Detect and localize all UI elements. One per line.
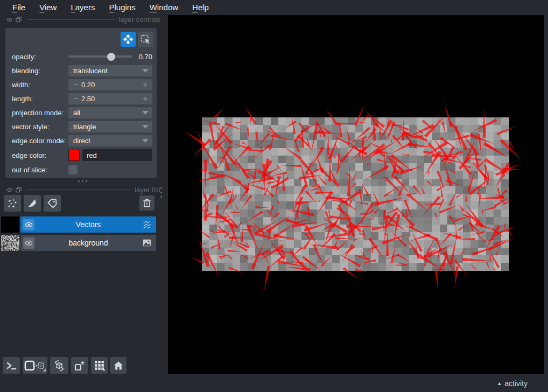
length-increment-button[interactable]: + (143, 94, 152, 104)
viewer-buttons-row (3, 357, 127, 374)
image-layer-icon (142, 238, 152, 248)
grid-icon (94, 360, 105, 371)
new-points-layer-icon (7, 198, 18, 209)
delete-layer-icon (142, 198, 152, 208)
viewer-canvas[interactable] (168, 15, 544, 374)
menu-layers[interactable]: Layers (64, 3, 102, 12)
blending-label: blending: (5, 67, 68, 75)
new-shapes-layer-icon (27, 198, 38, 209)
width-increment-button[interactable]: + (143, 80, 152, 90)
hide-icon[interactable] (6, 17, 12, 23)
chevron-down-icon (142, 111, 149, 115)
home-icon (113, 360, 124, 371)
float-icon[interactable] (16, 17, 22, 23)
projection-mode-dropdown[interactable]: all (68, 107, 152, 118)
opacity-slider-handle[interactable] (107, 53, 115, 61)
status-bar: ▲ activity (0, 374, 548, 392)
transform-button[interactable] (138, 32, 153, 47)
float-icon[interactable] (16, 187, 22, 193)
activity-button[interactable]: ▲ activity (497, 379, 528, 388)
width-value[interactable]: 0.20 (81, 81, 143, 89)
titlebar-divider (27, 19, 115, 20)
opacity-value: 0.70 (137, 53, 152, 61)
ndisplay-toggle-button[interactable] (23, 357, 47, 374)
menu-help[interactable]: Help (185, 3, 216, 12)
length-spinbox[interactable]: − 2.50 + (68, 93, 152, 104)
length-label: length: (5, 95, 68, 103)
width-decrement-button[interactable]: − (68, 80, 81, 90)
pan-zoom-button[interactable] (121, 32, 136, 47)
transpose-icon (74, 360, 86, 372)
width-label: width: (5, 81, 68, 89)
new-shapes-layer-button[interactable] (24, 195, 41, 212)
new-labels-layer-icon (47, 198, 58, 209)
roll-dimensions-button[interactable] (50, 357, 68, 374)
napari-window: FileViewLayersPluginsWindowHelp layer co… (0, 0, 548, 392)
new-labels-layer-button[interactable] (44, 195, 61, 212)
ndisplay-icon (24, 360, 46, 372)
out-of-slice-checkbox[interactable] (68, 165, 78, 174)
projection-mode-value: all (73, 109, 142, 117)
edge-color-swatch[interactable] (68, 150, 80, 161)
opacity-label: opacity: (5, 53, 68, 61)
activity-label: activity (504, 379, 528, 388)
chevron-down-icon (142, 139, 149, 143)
roll-dims-icon (53, 359, 66, 372)
opacity-slider[interactable] (68, 51, 132, 62)
menu-window[interactable]: Window (143, 3, 185, 12)
layer-buttons-row (4, 195, 157, 212)
grid-view-button[interactable] (91, 357, 108, 374)
vectors-thumbnail (1, 216, 19, 233)
layer-name: background (34, 239, 142, 247)
layer-row-vectors[interactable]: Vectors (1, 216, 156, 233)
menubar: FileViewLayersPluginsWindowHelp (0, 0, 548, 15)
pan-arrows-icon (123, 34, 134, 45)
delete-layer-button[interactable] (139, 195, 154, 211)
chevron-down-icon (142, 69, 149, 73)
chevron-down-icon (142, 125, 149, 129)
titlebar-divider (27, 190, 130, 190)
layer-name: Vectors (34, 220, 142, 229)
layer-controls-titlebar: layer controls (0, 15, 165, 24)
out-of-slice-label: out of slice: (5, 166, 68, 174)
background-visibility-button[interactable] (23, 237, 34, 249)
console-icon (6, 360, 17, 371)
eye-icon (25, 221, 33, 229)
transpose-dimensions-button[interactable] (71, 357, 88, 374)
activity-chevron-icon: ▲ (497, 381, 502, 386)
hide-icon[interactable] (6, 187, 12, 193)
eye-icon (25, 239, 33, 247)
layer-controls-title: layer controls (119, 16, 160, 24)
opacity-slider-track (68, 55, 132, 58)
layer-row-background[interactable]: background (1, 235, 156, 251)
menu-plugins[interactable]: Plugins (102, 3, 142, 12)
edge-color-label: edge color: (5, 151, 68, 159)
length-value[interactable]: 2.50 (81, 95, 143, 103)
edge-color-mode-label: edge color mode: (5, 137, 68, 145)
layer-controls-panel: opacity: 0.70 blending: translucent (5, 28, 157, 178)
layer-list-title: layer list (135, 186, 160, 194)
edge-color-input[interactable]: red (82, 149, 152, 161)
blending-dropdown[interactable]: translucent (68, 65, 152, 76)
home-button[interactable] (110, 357, 127, 374)
width-spinbox[interactable]: − 0.20 + (68, 79, 152, 90)
projection-mode-label: projection mode: (5, 109, 68, 117)
menu-file[interactable]: File (5, 3, 32, 12)
new-points-layer-button[interactable] (4, 195, 21, 212)
console-button[interactable] (3, 357, 20, 374)
dock-splitter-handle[interactable] (160, 187, 162, 198)
background-thumbnail (1, 235, 19, 251)
viewer-canvas-area (168, 15, 544, 374)
length-decrement-button[interactable]: − (68, 94, 81, 104)
layer-list: Vectors (1, 216, 156, 251)
edge-color-mode-dropdown[interactable]: direct (68, 135, 152, 146)
vector-style-value: triangle (73, 123, 142, 131)
layer-list-titlebar: layer list (0, 185, 165, 194)
menu-view[interactable]: View (32, 3, 64, 12)
blending-value: translucent (73, 67, 142, 75)
vectors-visibility-button[interactable] (23, 219, 34, 230)
edge-color-mode-value: direct (73, 137, 142, 145)
dock-resize-handle[interactable] (0, 178, 165, 184)
vector-style-dropdown[interactable]: triangle (68, 121, 152, 132)
vector-style-label: vector style: (5, 123, 68, 131)
